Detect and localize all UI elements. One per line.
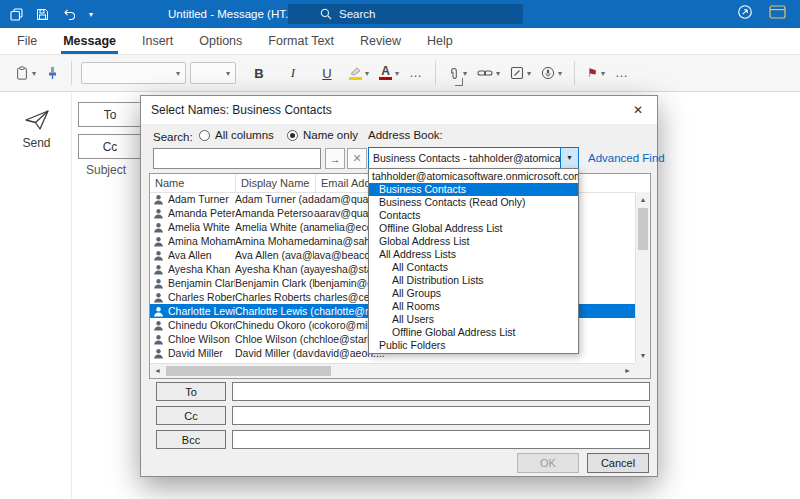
ribbon-tab[interactable]: Review [347,28,414,54]
editor-icon [510,66,524,80]
font-color-button[interactable]: A ▾ [374,60,404,87]
font-size-select[interactable]: ▾ [190,62,236,84]
column-header-name[interactable]: Name [150,174,236,192]
contact-name: David Miller [168,347,235,359]
bcc-field[interactable] [232,430,650,449]
underline-button[interactable]: U [310,60,344,87]
clear-search-button[interactable]: ✕ [347,148,367,169]
window-icon[interactable] [769,5,786,23]
group-separator [71,61,72,85]
contact-search-input[interactable] [153,148,321,169]
undo-icon[interactable] [62,8,76,20]
send-label: Send [22,136,50,150]
contact-display-name: Charlotte Lewis (c... [235,305,314,317]
cancel-button[interactable]: Cancel [587,453,649,473]
scroll-down-icon[interactable]: ▼ [636,348,650,363]
titlebar: ▾ Untitled - Message (HT... Search [0,0,800,28]
contact-display-name: Chinedu Okoro (c... [235,319,314,331]
paste-button[interactable]: ▾ [10,60,41,87]
address-book-option[interactable]: All Contacts [369,261,578,274]
underline-icon: U [322,66,331,81]
address-book-option[interactable]: Public Folders [369,339,578,352]
italic-icon: I [291,65,295,81]
scrollbar-corner [635,363,650,378]
cc-field-button[interactable]: Cc [156,406,226,425]
chevron-down-icon: ▾ [176,69,180,78]
to-field-button[interactable]: To [156,382,226,401]
ok-button[interactable]: OK [517,453,579,473]
contact-display-name: Amina Mohamed (... [235,235,314,247]
ribbon-tab[interactable]: Message [50,28,129,54]
contact-name: Chloe Wilson [168,333,235,345]
person-icon [153,194,164,205]
scrollbar-thumb[interactable] [166,366,331,376]
dialog-launcher-icon[interactable] [455,78,463,86]
follow-up-flag-button[interactable]: ⚑ ▾ [582,60,610,87]
bold-icon: B [254,66,263,81]
font-family-select[interactable]: ▾ [81,62,186,84]
subject-label: Subject [86,163,126,177]
go-button[interactable]: → [325,148,345,169]
more-formatting-button[interactable]: … [404,60,428,87]
search-box[interactable]: Search [288,4,523,24]
app-icon[interactable] [10,8,23,21]
more-commands-button[interactable]: … [610,60,634,87]
flag-icon: ⚑ [587,67,598,79]
cc-button[interactable]: Cc [78,134,142,159]
ribbon-tab[interactable]: Format Text [255,28,347,54]
address-book-option[interactable]: Global Address List [369,235,578,248]
format-painter-button[interactable] [41,60,64,87]
ribbon-tabs: FileMessageInsertOptionsFormat TextRevie… [0,28,800,55]
horizontal-scrollbar[interactable]: ◄ ► [150,363,635,378]
advanced-find-link[interactable]: Advanced Find [588,152,665,164]
person-icon [153,348,164,359]
person-icon [153,250,164,261]
chevron-down-icon: ▾ [496,69,500,78]
highlight-button[interactable]: ▾ [344,60,374,87]
vertical-scrollbar[interactable]: ▲ ▼ [635,192,650,363]
ribbon-tab[interactable]: Options [186,28,255,54]
address-book-option[interactable]: Business Contacts [369,183,578,196]
radio-name-only[interactable]: Name only [287,129,358,141]
cc-field[interactable] [232,406,650,425]
address-book-option[interactable]: Offline Global Address List [369,222,578,235]
address-book-option[interactable]: All Groups [369,287,578,300]
link-button[interactable]: ▾ [472,60,505,87]
circle-arrow-icon[interactable] [737,4,753,24]
column-header-display-name[interactable]: Display Name [236,174,316,192]
send-button[interactable]: Send [9,100,64,158]
contact-display-name: David Miller (david... [235,347,314,359]
dictate-button[interactable]: ▾ [536,60,567,87]
scroll-right-icon[interactable]: ► [620,364,635,379]
editor-button[interactable]: ▾ [505,60,536,87]
ribbon-toolbar: ▾ ▾ ▾ B I U ▾ A ▾ [0,55,800,92]
address-book-option[interactable]: All Rooms [369,300,578,313]
radio-all-columns[interactable]: All columns [199,129,274,141]
save-icon[interactable] [36,8,49,21]
ribbon-tab[interactable]: Insert [129,28,186,54]
close-button[interactable]: ✕ [623,99,653,121]
contact-display-name: Adam Turner (ada... [235,193,314,205]
to-field[interactable] [232,382,650,401]
ribbon-tab[interactable]: Help [414,28,466,54]
customize-toolbar-chevron-icon[interactable]: ▾ [89,10,93,19]
to-button[interactable]: To [78,102,142,127]
bcc-field-button[interactable]: Bcc [156,430,226,449]
scroll-left-icon[interactable]: ◄ [150,364,165,379]
italic-button[interactable]: I [276,60,310,87]
search-label: Search [339,8,375,20]
chevron-down-icon[interactable]: ▾ [560,148,578,168]
address-book-option[interactable]: tahholder@atomicasoftware.onmicrosoft.co… [369,170,578,183]
address-book-option[interactable]: All Users [369,313,578,326]
ribbon-tab[interactable]: File [4,28,50,54]
scrollbar-thumb[interactable] [638,208,648,250]
scroll-up-icon[interactable]: ▲ [636,192,650,207]
address-book-option[interactable]: Contacts [369,209,578,222]
address-book-option[interactable]: All Distribution Lists [369,274,578,287]
address-book-option[interactable]: Offline Global Address List [369,326,578,339]
address-book-option[interactable]: Business Contacts (Read Only) [369,196,578,209]
address-book-option[interactable]: All Address Lists [369,248,578,261]
person-icon [153,236,164,247]
bold-button[interactable]: B [242,60,276,87]
address-book-select[interactable]: Business Contacts - tahholder@atomicasof… [368,147,579,169]
